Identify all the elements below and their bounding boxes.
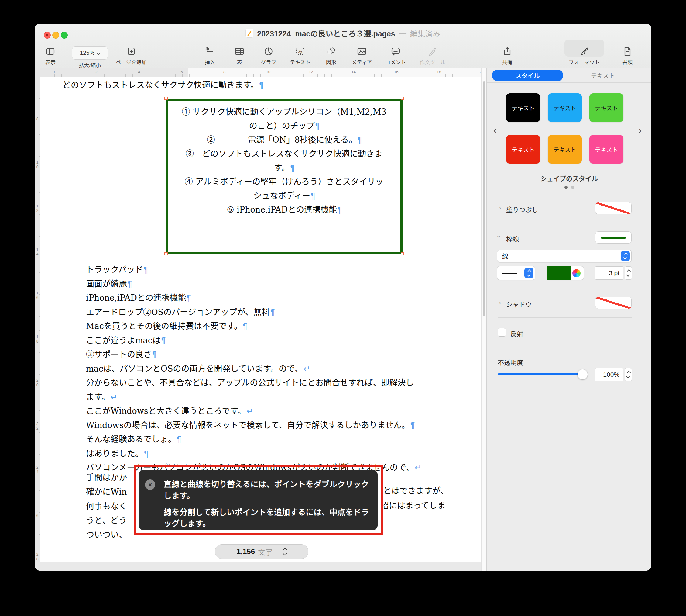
pilcrow-mark: ↵	[110, 393, 117, 402]
fill-label: 塗りつぶし	[506, 205, 538, 214]
ruler-number: 8	[223, 70, 225, 74]
stepper-icon[interactable]	[524, 268, 533, 278]
shape-style-swatch[interactable]: テキスト	[548, 93, 582, 122]
disclosure-chevron-icon[interactable]: ›	[499, 299, 501, 307]
close-icon[interactable]: ×	[145, 480, 155, 490]
word-count-stepper-icon[interactable]	[283, 548, 287, 555]
dot-active[interactable]	[565, 186, 568, 189]
ruler-number: 18	[437, 70, 441, 74]
shape-style-swatch[interactable]: テキスト	[506, 135, 540, 163]
disclosure-chevron-icon[interactable]: ›	[499, 204, 501, 212]
format-button[interactable]: フォーマット	[562, 46, 607, 66]
shape-editing-tooltip: × 直線と曲線を切り替えるには、ポイントをダブルクリックします。 線を分割して新…	[139, 470, 378, 530]
pages-document-icon	[246, 28, 253, 38]
ruler-number: 14	[351, 70, 356, 74]
shape-style-label: シェイプのスタイル	[487, 174, 651, 183]
document-line-fragment: 確かにWin	[86, 485, 127, 499]
shape-style-swatch[interactable]: テキスト	[506, 93, 540, 122]
scrollbar-track[interactable]	[481, 68, 487, 571]
ruler-number: 10	[266, 70, 270, 74]
ruler-number: 16	[35, 291, 40, 300]
ruler-number: 4	[138, 70, 140, 74]
line-style-preview	[502, 273, 518, 273]
word-count-control[interactable]: 1,156 文字	[215, 544, 308, 559]
sidebar-view-icon	[45, 46, 56, 57]
insert-icon	[204, 46, 215, 57]
text-box-line: ③ どのソフトもストレスなくサクサク快適に動きま	[168, 147, 401, 161]
document-page[interactable]: どのソフトもストレスなくサクサク快適に動きます。¶ ① サクサク快適に動くアップ…	[40, 76, 481, 562]
chevron-right-icon[interactable]: ›	[639, 125, 642, 135]
border-color-well[interactable]	[547, 266, 584, 280]
shape-style-swatch[interactable]: テキスト	[589, 135, 623, 163]
selection-handle-bottom-left[interactable]	[164, 252, 168, 256]
opacity-slider-track[interactable]	[498, 373, 585, 375]
document-line: エアードロップ②OSのバージョンアップが、無料¶	[86, 305, 460, 320]
ruler-corner	[35, 68, 40, 77]
border-width-field[interactable]: 3 pt	[595, 266, 623, 280]
tooltip-text-1: 直線と曲線を切り替えるには、ポイントをダブルクリックします。	[164, 479, 370, 501]
selected-text-box[interactable]: ① サクサク快適に動くアップルシリコン（M1,M2,M3 のこと）のチップ¶ ②…	[166, 98, 403, 254]
reflection-checkbox[interactable]	[498, 328, 506, 336]
scrollbar-thumb[interactable]	[483, 82, 485, 316]
shape-style-swatch[interactable]: テキスト	[548, 135, 582, 163]
dot-inactive[interactable]	[571, 186, 574, 189]
document-line: 画面が綺麗¶	[86, 277, 460, 291]
titlebar: 20231224_macの良いところ３選.pages — 編集済み	[35, 24, 651, 43]
pilcrow-mark: ↵	[415, 463, 422, 472]
shape-style-swatch[interactable]: テキスト	[589, 93, 623, 122]
document-settings-button[interactable]: 書類	[604, 46, 650, 66]
share-icon	[502, 46, 513, 57]
document-bottom-strip	[35, 562, 481, 571]
ruler-number: 6	[181, 70, 183, 74]
tooltip-text-2: 線を分割して新しいポイントを追加するには、中点をドラッグします。	[164, 507, 370, 529]
pilcrow-mark: ¶	[270, 308, 275, 317]
zoom-dropdown[interactable]: 125%	[72, 46, 108, 60]
pilcrow-mark: ¶	[128, 280, 132, 289]
pilcrow-mark: ↵	[246, 406, 253, 416]
document-line: そんな経験あるでしょ。¶	[86, 432, 460, 447]
title-separator: —	[399, 29, 407, 38]
border-color-swatch	[547, 266, 571, 280]
fill-color-well[interactable]	[595, 202, 632, 214]
comment-icon	[390, 46, 401, 57]
selection-handle-bottom-right[interactable]	[401, 252, 404, 256]
ruler-number: 28	[35, 552, 40, 562]
disclosure-chevron-icon[interactable]: ›	[495, 235, 503, 238]
border-style-well[interactable]	[595, 232, 632, 244]
selection-handle-top-right[interactable]	[401, 97, 404, 100]
word-count-unit: 文字	[258, 546, 273, 557]
border-label: 枠線	[506, 234, 519, 243]
document-line-fragment: ついつい、	[86, 528, 127, 542]
pilcrow-mark: ¶	[152, 350, 157, 359]
document-line: ここがWindowsと大きく違うところです。↵	[86, 404, 460, 418]
pagination-dots[interactable]	[487, 186, 651, 189]
tab-style[interactable]: スタイル	[492, 70, 563, 81]
opacity-stepper[interactable]	[625, 368, 632, 381]
line-style-dropdown[interactable]	[497, 266, 535, 280]
document-icon	[622, 46, 633, 57]
border-type-dropdown[interactable]: 線	[497, 250, 632, 262]
tab-text[interactable]: テキスト	[578, 70, 628, 81]
chevron-left-icon[interactable]: ‹	[494, 125, 497, 135]
share-button[interactable]: 共有	[485, 46, 530, 66]
add-page-button[interactable]: ページを追加	[109, 46, 154, 66]
document-line: ③サポートの良さ¶	[86, 348, 460, 362]
opacity-slider-knob[interactable]	[577, 369, 588, 379]
stepper-icon[interactable]	[621, 251, 630, 261]
zoom-control[interactable]: 125% 拡大/縮小	[67, 46, 113, 69]
document-line-fragment: うと、どう	[86, 513, 127, 527]
pilcrow-mark: ¶	[315, 121, 320, 130]
document-line: はありました。¶	[86, 447, 460, 461]
window-chrome: 20231224_macの良いところ３選.pages — 編集済み 表示 125…	[35, 24, 651, 69]
opacity-field[interactable]: 100%	[595, 368, 623, 381]
selection-handle-top-left[interactable]	[164, 97, 168, 100]
document-line: iPhone,iPADとの連携機能¶	[86, 291, 460, 305]
shadow-well[interactable]	[595, 297, 632, 309]
border-width-stepper[interactable]	[625, 266, 632, 280]
color-wheel-icon[interactable]	[572, 269, 580, 277]
document-line: 分からないことや、不具合などは、アップルの公式サイトにとお問合せすれば、即解決し	[86, 376, 460, 390]
document-line: ます。↵	[86, 390, 460, 404]
pilcrow-mark: ¶	[311, 191, 315, 200]
body-text[interactable]: トラックパッド¶ 画面が綺麗¶ iPhone,iPADとの連携機能¶ エアードロ…	[86, 263, 460, 475]
text-box-line: ④ アルミボディーの堅牢（けんろう）さとスタイリッ	[168, 175, 401, 189]
